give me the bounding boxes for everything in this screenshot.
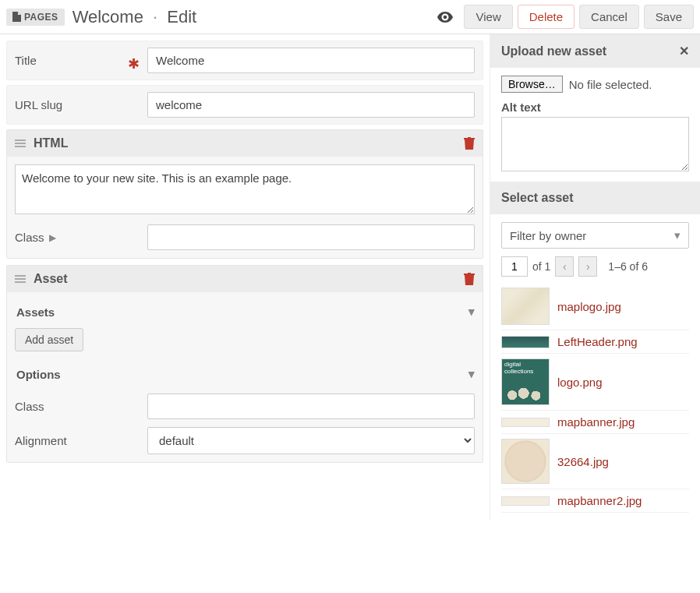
cancel-button[interactable]: Cancel (579, 5, 639, 29)
asset-name-link[interactable]: 32664.jpg (557, 455, 609, 468)
asset-class-row: Class (15, 394, 475, 419)
pager: of 1 ‹ › 1–6 of 6 (501, 256, 689, 277)
page-range: 1–6 of 6 (608, 260, 648, 273)
select-panel-body: Filter by owner ▾ of 1 ‹ › 1–6 of 6 mapl… (490, 214, 700, 521)
alt-text-input[interactable] (501, 117, 689, 171)
html-class-input[interactable] (147, 224, 475, 250)
main-column: Title ✱ URL slug HTML Class (0, 34, 490, 521)
drag-handle-icon[interactable] (15, 275, 26, 283)
asset-block-title: Asset (34, 272, 68, 286)
caret-down-icon: ▾ (674, 228, 681, 242)
asset-name-link[interactable]: mapbanner.jpg (557, 415, 635, 429)
asset-thumbnail (501, 439, 550, 484)
alignment-row: Alignment default (15, 427, 475, 454)
asset-item[interactable]: 32664.jpg (501, 434, 689, 489)
html-class-label: Class ▶ (15, 231, 147, 244)
html-class-row: Class ▶ (15, 224, 475, 250)
page-icon (12, 12, 21, 22)
caret-down-icon: ▾ (468, 367, 475, 381)
upload-panel-body: Browse… No file selected. Alt text (490, 68, 700, 182)
asset-thumbnail (501, 336, 550, 348)
save-button[interactable]: Save (644, 5, 694, 29)
asset-name-link[interactable]: maplogo.jpg (557, 300, 621, 313)
asset-thumbnail (501, 418, 550, 427)
delete-html-block-icon[interactable] (464, 137, 475, 150)
asset-item[interactable]: logo.png (501, 354, 689, 411)
asset-item[interactable]: LeftHeader.png (501, 330, 689, 354)
drag-handle-icon[interactable] (15, 139, 26, 147)
html-content-textarea[interactable] (15, 164, 475, 214)
svg-point-0 (444, 15, 447, 19)
caret-down-icon: ▾ (468, 305, 475, 319)
title-field-row: Title ✱ (6, 41, 483, 80)
asset-block-header: Asset (7, 266, 483, 292)
upload-panel-header: Upload new asset ✕ (490, 34, 700, 68)
delete-button[interactable]: Delete (518, 5, 574, 29)
chevron-right-icon[interactable]: ▶ (49, 232, 56, 243)
alt-text-label: Alt text (501, 101, 689, 114)
asset-name-link[interactable]: LeftHeader.png (557, 335, 638, 348)
page-title-main: Welcome (72, 7, 143, 26)
slug-input[interactable] (147, 92, 475, 118)
options-section-toggle[interactable]: Options ▾ (15, 362, 475, 386)
page-title-mode: Edit (167, 7, 196, 26)
pages-badge[interactable]: PAGES (6, 9, 65, 26)
title-separator: · (153, 7, 157, 26)
prev-page-button[interactable]: ‹ (555, 256, 574, 277)
html-block: HTML Class ▶ (6, 129, 483, 259)
view-button[interactable]: View (464, 5, 512, 29)
page-title: Welcome · Edit (72, 7, 197, 27)
top-bar: PAGES Welcome · Edit View Delete Cancel … (0, 0, 700, 34)
slug-field-row: URL slug (6, 85, 483, 125)
slug-label: URL slug (15, 98, 147, 111)
asset-thumbnail (501, 496, 550, 506)
page-of-label: of 1 (532, 260, 550, 273)
title-label: Title ✱ (15, 54, 147, 67)
assets-section-toggle[interactable]: Assets ▾ (15, 300, 475, 323)
asset-thumbnail (501, 288, 550, 325)
browse-button[interactable]: Browse… (501, 76, 563, 93)
select-panel-header: Select asset (490, 182, 700, 214)
alignment-label: Alignment (15, 434, 147, 447)
pages-badge-text: PAGES (24, 12, 58, 23)
asset-block: Asset Assets ▾ Add asset Options ▾ Class (6, 265, 483, 463)
asset-thumbnail (501, 358, 550, 405)
delete-asset-block-icon[interactable] (464, 273, 475, 285)
required-icon: ✱ (128, 55, 140, 72)
add-asset-button[interactable]: Add asset (15, 328, 83, 351)
asset-list: maplogo.jpgLeftHeader.pnglogo.pngmapbann… (501, 283, 689, 513)
asset-item[interactable]: mapbanner2.jpg (501, 489, 689, 513)
upload-heading: Upload new asset (501, 44, 606, 58)
alignment-select[interactable]: default (147, 427, 475, 454)
sidebar: Upload new asset ✕ Browse… No file selec… (490, 34, 700, 521)
page-input[interactable] (501, 256, 528, 277)
asset-item[interactable]: mapbanner.jpg (501, 411, 689, 434)
select-heading: Select asset (501, 191, 574, 205)
no-file-label: No file selected. (569, 78, 652, 91)
asset-class-input[interactable] (147, 394, 475, 419)
next-page-button[interactable]: › (578, 256, 597, 277)
html-block-title: HTML (34, 136, 68, 150)
preview-icon[interactable] (437, 12, 453, 23)
close-icon[interactable]: ✕ (679, 44, 689, 58)
title-input[interactable] (147, 48, 475, 73)
asset-name-link[interactable]: mapbanner2.jpg (557, 494, 642, 507)
asset-name-link[interactable]: logo.png (557, 376, 603, 389)
filter-owner-select[interactable]: Filter by owner ▾ (501, 222, 689, 249)
html-block-header: HTML (7, 130, 483, 157)
top-actions: View Delete Cancel Save (437, 5, 694, 29)
asset-class-label: Class (15, 400, 147, 413)
asset-item[interactable]: maplogo.jpg (501, 283, 689, 330)
